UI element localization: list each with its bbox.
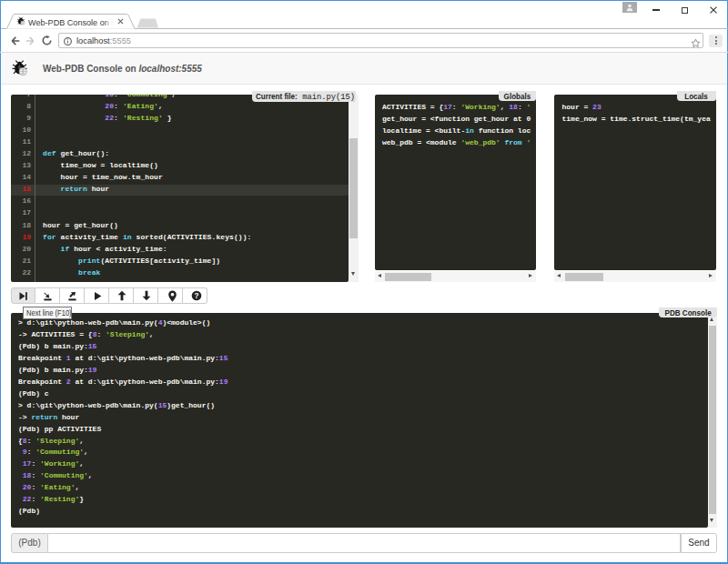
svg-text:?: ? [194,292,198,300]
